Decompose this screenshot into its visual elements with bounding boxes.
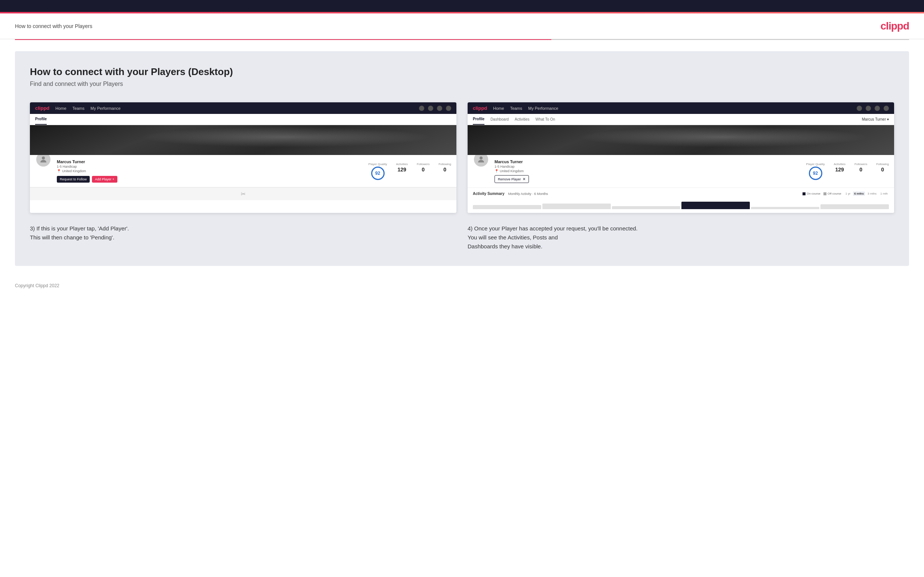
player-loc-1: 📍 United Kingdom <box>57 169 363 173</box>
chart-bar-4 <box>682 201 750 209</box>
player-name-2: Marcus Turner <box>494 160 801 164</box>
chart-bar-5 <box>751 207 819 209</box>
main-content: How to connect with your Players (Deskto… <box>15 51 909 266</box>
filter-1yr[interactable]: 1 yr <box>844 192 851 196</box>
mock-stats-2: Player Quality 92 Activities 129 Followe… <box>806 163 889 180</box>
mock-tabs-2: Profile Dashboard Activities What To On … <box>468 114 894 125</box>
mock-stats-1: Player Quality 92 Activities 129 Followe… <box>368 163 451 180</box>
player-info-1: Marcus Turner 1-5 Handicap 📍 United King… <box>57 160 363 183</box>
scissors-icon: ✂ <box>241 190 246 198</box>
top-bar <box>0 0 924 12</box>
activity-header: Activity Summary Monthly Activity · 6 Mo… <box>473 192 889 196</box>
location-icon-1: 📍 <box>57 169 61 173</box>
player-name-1: Marcus Turner <box>57 160 363 164</box>
following-stat-2: Following 0 <box>876 163 889 180</box>
captions-row: 3) If this is your Player tap, 'Add Play… <box>30 224 894 251</box>
tab-whattoon-2[interactable]: What To On <box>536 114 556 124</box>
activity-period: Monthly Activity · 6 Months <box>508 192 548 196</box>
scissors-area: ✂ <box>30 187 456 200</box>
mock-nav-2: clippd Home Teams My Performance <box>468 102 894 114</box>
player-hcp-1: 1-5 Handicap <box>57 165 363 168</box>
filter-1mth[interactable]: 1 mth <box>879 192 889 196</box>
user-icon-1[interactable] <box>428 106 433 111</box>
quality-circle-2: 92 <box>809 166 822 180</box>
mock-browser-2: clippd Home Teams My Performance Profile <box>468 102 894 213</box>
mock-nav-home-1[interactable]: Home <box>55 106 66 111</box>
add-player-button[interactable]: Add Player + <box>92 176 117 183</box>
mock-profile-body-1: Marcus Turner 1-5 Handicap 📍 United King… <box>30 155 456 187</box>
main-subtitle: Find and connect with your Players <box>30 81 894 87</box>
screenshot-2: clippd Home Teams My Performance Profile <box>468 102 894 213</box>
remove-x-icon: ✕ <box>523 177 525 181</box>
header-divider <box>15 39 909 40</box>
filter-6mths[interactable]: 6 mths <box>853 192 865 196</box>
off-course-legend: Off course <box>824 192 842 195</box>
header-title: How to connect with your Players <box>15 23 92 29</box>
mock-nav-1: clippd Home Teams My Performance <box>30 102 456 114</box>
mock-nav-icons-2 <box>857 106 889 111</box>
mock-nav-teams-1[interactable]: Teams <box>73 106 84 111</box>
settings-icon-1[interactable] <box>437 106 442 111</box>
chart-bar-3 <box>612 206 680 209</box>
logo: clippd <box>880 20 909 32</box>
header: How to connect with your Players clippd <box>0 13 924 39</box>
tab-dashboard-2[interactable]: Dashboard <box>490 114 509 124</box>
tab-user-2: Marcus Turner ▾ <box>862 117 889 121</box>
screenshot-1: clippd Home Teams My Performance Profile <box>30 102 456 213</box>
player-quality-stat: Player Quality 92 <box>368 163 387 180</box>
caption-4: 4) Once your Player has accepted your re… <box>468 224 894 251</box>
filter-3mths[interactable]: 3 mths <box>866 192 878 196</box>
tab-profile-1[interactable]: Profile <box>35 114 47 125</box>
main-title: How to connect with your Players (Deskto… <box>30 66 894 78</box>
player-quality-stat-2: Player Quality 92 <box>806 163 825 180</box>
mock-browser-1: clippd Home Teams My Performance Profile <box>30 102 456 200</box>
chart-bar-2 <box>542 203 611 209</box>
caption-3: 3) If this is your Player tap, 'Add Play… <box>30 224 456 251</box>
mock-nav-home-2[interactable]: Home <box>493 106 504 111</box>
svg-point-0 <box>42 156 45 160</box>
activity-title: Activity Summary <box>473 192 504 196</box>
user-icon-2[interactable] <box>866 106 871 111</box>
mock-logo-2: clippd <box>473 105 487 111</box>
globe-icon-2[interactable] <box>884 106 889 111</box>
activity-legend: On course Off course <box>803 192 842 195</box>
mock-profile-body-2: Marcus Turner 1-5 Handicap 📍 United King… <box>468 155 894 187</box>
banner-image-2 <box>468 125 894 155</box>
chart-bar-1 <box>473 205 541 209</box>
tab-profile-2[interactable]: Profile <box>473 114 485 125</box>
location-icon-2: 📍 <box>494 169 499 173</box>
player-loc-2: 📍 United Kingdom <box>494 169 801 173</box>
mock-nav-teams-2[interactable]: Teams <box>510 106 522 111</box>
player-info-2: Marcus Turner 1-5 Handicap 📍 United King… <box>494 160 801 183</box>
activity-chart <box>473 199 889 209</box>
mock-nav-perf-1[interactable]: My Performance <box>90 106 121 111</box>
following-stat-1: Following 0 <box>438 163 451 180</box>
request-follow-button[interactable]: Request to Follow <box>57 176 90 183</box>
off-course-dot <box>824 192 826 195</box>
mock-buttons-1: Request to Follow Add Player + <box>57 176 363 183</box>
svg-point-1 <box>480 156 483 160</box>
time-filters: 1 yr 6 mths 3 mths 1 mth <box>844 192 889 196</box>
mock-tabs-1: Profile <box>30 114 456 125</box>
globe-icon-1[interactable] <box>446 106 451 111</box>
mock-banner-1 <box>30 125 456 155</box>
copyright: Copyright Clippd 2022 <box>15 283 60 288</box>
banner-image-1 <box>30 125 456 155</box>
mock-logo-1: clippd <box>35 105 49 111</box>
on-course-legend: On course <box>803 192 821 195</box>
mock-nav-perf-2[interactable]: My Performance <box>528 106 559 111</box>
mock-banner-2 <box>468 125 894 155</box>
settings-icon-2[interactable] <box>875 106 880 111</box>
screenshots-row: clippd Home Teams My Performance Profile <box>30 102 894 213</box>
mock-nav-icons-1 <box>419 106 451 111</box>
search-icon-2[interactable] <box>857 106 862 111</box>
followers-stat-2: Followers 0 <box>855 163 867 180</box>
quality-circle-1: 92 <box>371 166 384 180</box>
activities-stat-2: Activities 129 <box>834 163 845 180</box>
activities-stat-1: Activities 129 <box>396 163 408 180</box>
remove-player-button[interactable]: Remove Player ✕ <box>494 175 529 183</box>
activity-summary: Activity Summary Monthly Activity · 6 Mo… <box>468 187 894 213</box>
chart-bar-6 <box>821 204 889 209</box>
tab-activities-2[interactable]: Activities <box>515 114 529 124</box>
search-icon-1[interactable] <box>419 106 424 111</box>
